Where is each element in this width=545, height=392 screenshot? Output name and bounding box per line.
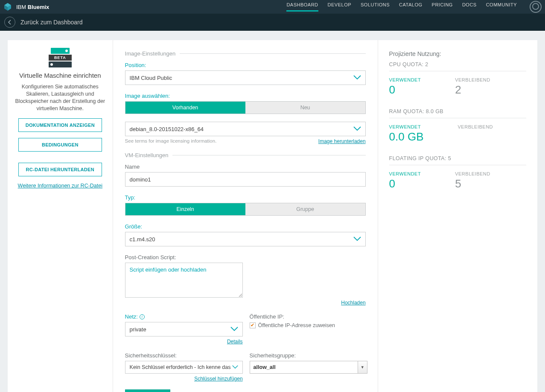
chevron-down-icon [353,237,361,242]
download-rc-button[interactable]: RC-DATEI HERUNTERLADEN [18,163,102,176]
bluemix-logo-icon [3,3,12,11]
download-image-link[interactable]: Image herunterladen [318,138,366,144]
used-label: VERWENDET [389,77,421,82]
net-select[interactable]: private [125,322,243,336]
image-source-toggle: Vorhanden Neu [125,101,366,114]
secgroup-label: Sicherheitsgruppe: [250,352,367,359]
key-label: Sicherheitsschlüssel: [125,352,243,359]
used-label: VERWENDET [389,171,421,176]
pubip-checkbox[interactable] [250,322,256,328]
type-label: Typ: [125,194,366,201]
chevron-down-icon [232,365,238,369]
used-label: VERWENDET [389,124,424,129]
size-label: Größe: [125,223,366,230]
secgroup-select[interactable]: allow_all ▼ [250,361,367,374]
remaining-label: VERBLEIBEND [455,171,490,176]
size-value: c1.m4.s20 [130,236,155,243]
secgroup-value: allow_all [250,361,358,373]
rc-info-link[interactable]: Weitere Informationen zur RC-Datei [18,183,102,189]
type-toggle: Einzeln Gruppe [125,203,366,216]
script-textarea[interactable] [125,263,243,298]
key-select[interactable]: Kein Schlüssel erforderlich - Ich kenne … [125,361,243,374]
view-docs-button[interactable]: DOKUMENTATION ANZEIGEN [18,118,102,132]
remaining-label: VERBLEIBEND [458,124,493,129]
create-button[interactable]: ERSTELLEN [125,389,170,392]
chevron-down-icon [353,75,361,80]
divider [389,118,526,118]
position-select[interactable]: IBM Cloud Public [125,70,366,85]
user-avatar-icon[interactable] [530,1,542,13]
position-label: Position: [125,62,366,68]
sidebar: BETA Virtuelle Maschine einrichten Konfi… [8,40,113,392]
divider [389,71,526,71]
type-single[interactable]: Einzeln [125,203,245,215]
remaining-label: VERBLEIBEND [455,77,490,82]
topbar: IBM Bluemix DASHBOARD DEVELOP SOLUTIONS … [0,0,545,14]
name-field[interactable] [125,172,366,187]
key-value: Kein Schlüssel erforderlich - Ich kenne … [130,364,232,370]
cpu-quota-label: CPU QUOTA: 2 [389,61,526,67]
name-label: Name [125,164,366,170]
net-value: private [130,326,146,333]
cpu-remaining: 2 [455,83,490,97]
script-label: Post-Creation Script: [125,254,366,260]
ip-remaining: 5 [455,177,490,190]
tab-existing[interactable]: Vorhanden [125,102,245,114]
breadcrumb[interactable]: Zurück zum Dashboard [20,19,83,26]
ram-used: 0.0 GB [389,130,424,143]
chevron-down-icon [353,126,361,132]
cpu-used: 0 [389,83,421,97]
nav-catalog[interactable]: CATALOG [399,2,422,12]
license-note: See terms for image licensing informatio… [125,138,217,143]
usage-title: Projizierte Nutzung: [389,50,526,57]
nav-develop[interactable]: DEVELOP [328,2,351,12]
nav-dashboard[interactable]: DASHBOARD [286,2,318,12]
ip-used: 0 [389,177,421,190]
nav-pricing[interactable]: PRICING [432,2,453,12]
usage-sidebar: Projizierte Nutzung: CPU QUOTA: 2 VERWEN… [378,40,537,392]
nav-docs[interactable]: DOCS [462,2,477,12]
net-details-link[interactable]: Details [227,339,243,345]
image-value: debian_8.0-20151022-x86_64 [130,126,204,132]
vm-beta-badge-icon: BETA [15,48,106,67]
page-description: Konfigurieren Sie automatisches Skaliere… [15,83,106,112]
beta-label: BETA [49,55,72,61]
ip-quota-label: FLOATING IP QUOTA: 5 [389,155,526,161]
vm-section-title: VM-Einstellungen [125,152,366,158]
subbar: Zurück zum Dashboard [0,14,545,31]
nav-solutions[interactable]: SOLUTIONS [361,2,390,12]
top-nav: DASHBOARD DEVELOP SOLUTIONS CATALOG PRIC… [286,1,542,13]
add-key-link[interactable]: Schlüssel hinzufügen [194,376,242,382]
tab-new[interactable]: Neu [245,102,365,114]
upload-link[interactable]: Hochladen [341,300,365,306]
image-section-title: Image-Einstellungen [125,50,366,57]
chevron-down-icon [230,327,238,332]
image-select-label: Image auswählen: [125,93,366,99]
main-form: Image-Einstellungen Position: IBM Cloud … [113,40,378,392]
page-title: Virtuelle Maschine einrichten [15,72,106,79]
type-group[interactable]: Gruppe [245,203,365,215]
nav-community[interactable]: COMMUNITY [486,2,517,12]
size-select[interactable]: c1.m4.s20 [125,232,366,246]
position-value: IBM Cloud Public [130,75,172,81]
back-arrow-icon[interactable] [4,17,15,28]
pubip-label: Öffentliche IP: [250,313,367,320]
brand: IBM Bluemix [16,4,49,10]
net-label: Netz:i [125,313,243,320]
image-select[interactable]: debian_8.0-20151022-x86_64 [125,122,366,136]
pubip-checkbox-label: Öffentliche IP-Adresse zuweisen [258,322,335,328]
chevron-down-icon: ▼ [358,361,367,373]
terms-button[interactable]: BEDINGUNGEN [18,138,102,152]
divider [389,165,526,165]
info-icon[interactable]: i [140,314,145,319]
ram-quota-label: RAM QUOTA: 8.0 GB [389,108,526,114]
